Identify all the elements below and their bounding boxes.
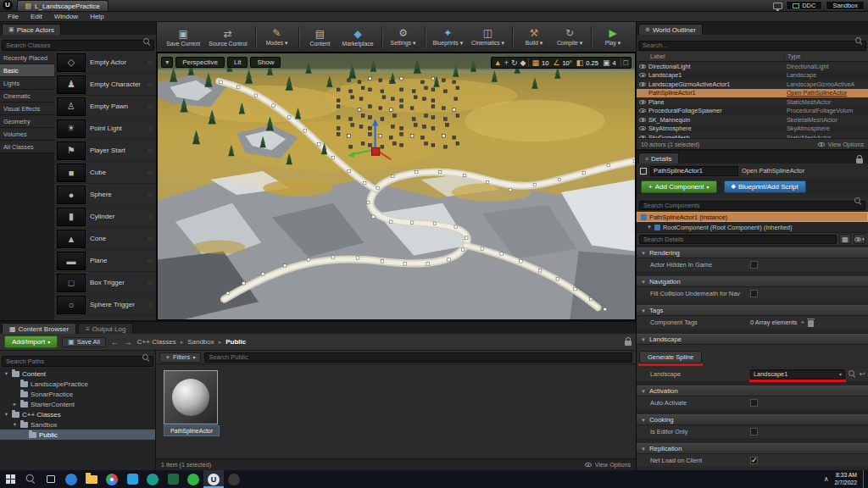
menu-edit[interactable]: Edit	[25, 13, 48, 20]
outliner-view-options-button[interactable]: View Options	[828, 141, 864, 148]
show-button[interactable]: Show	[250, 57, 281, 68]
rotate-tool-icon[interactable]: ↻	[511, 58, 518, 67]
search-details-input[interactable]	[639, 235, 837, 244]
category-basic[interactable]: Basic	[0, 64, 54, 77]
view-options-button[interactable]: View Options	[595, 461, 631, 469]
outliner-row-sk-mannequin[interactable]: SK_MannequinSkeletalMeshActor	[637, 115, 868, 125]
clock[interactable]: 8:33 AM 2/7/2022	[835, 472, 857, 486]
tray-expand-icon[interactable]: ∧	[824, 475, 829, 483]
outliner-row-landscapegizmoactiveactor1[interactable]: LandscapeGizmoActiveActor1LandscapeGizmo…	[637, 80, 868, 89]
visibility-toggle[interactable]	[637, 64, 648, 69]
toolbar-modes-button[interactable]: ✎Modes ▾	[259, 23, 295, 52]
taskbar-excel-button[interactable]	[163, 470, 183, 488]
place-item-box-trigger[interactable]: □Box Trigger○	[54, 272, 156, 294]
taskbar-vscode-button[interactable]	[122, 470, 142, 488]
visibility-toggle[interactable]	[637, 91, 648, 95]
taskbar-whatsapp-button[interactable]	[183, 470, 203, 488]
tree-item-sonarpractice[interactable]: SonarPractice	[0, 389, 155, 399]
toolbar-build-button[interactable]: ⚒Build ▾	[516, 23, 552, 52]
checkbox-fill-collision-underneath-for-nav[interactable]	[750, 290, 758, 297]
viewport-options-button[interactable]: ▾	[161, 57, 173, 68]
place-item-point-light[interactable]: ☀Point Light○	[54, 118, 156, 140]
chevron-expanded-icon[interactable]: ▾	[3, 411, 9, 418]
level-tab[interactable]: L_LandscapePractice	[17, 0, 108, 11]
generate-spline-button[interactable]: Generate Spline	[639, 351, 702, 363]
rotation-snap-icon[interactable]: ∠	[553, 58, 559, 67]
add-element-icon[interactable]: +	[800, 319, 804, 326]
scale-snap-icon[interactable]: ◧	[576, 58, 584, 67]
toolbar-settings-button[interactable]: ⚙Settings ▾	[386, 23, 421, 52]
checkbox-net-load-on-client[interactable]	[750, 457, 758, 464]
search-classes-input[interactable]	[2, 40, 154, 51]
use-selected-icon[interactable]: ↩	[860, 371, 865, 378]
browse-icon[interactable]	[849, 370, 856, 378]
viewport[interactable]: ▾ Perspective Lit Show ▲ + ↻ ◆ ▦	[157, 53, 636, 320]
tree-item-startercontent[interactable]: ▸StarterContent	[0, 399, 155, 409]
add-import-button[interactable]: Add/Import ▾	[4, 336, 58, 348]
checkbox-actor-hidden-in-game[interactable]	[750, 261, 758, 269]
display-filter-button[interactable]: ▾	[854, 234, 865, 244]
actor-name-input[interactable]	[650, 166, 738, 176]
delete-icon[interactable]	[808, 320, 814, 327]
toolbar-marketplace-button[interactable]: ◆Marketplace	[338, 23, 378, 52]
checkbox-auto-activate[interactable]	[750, 399, 758, 407]
outliner-row-plane[interactable]: PlaneStaticMeshActor	[637, 97, 868, 107]
column-label[interactable]: Label	[637, 53, 783, 60]
tab-content-browser[interactable]: ▦ Content Browser	[2, 323, 76, 334]
section-header-replication[interactable]: ▼Replication	[637, 443, 868, 454]
outliner-row-proceduralfoliagespawner[interactable]: ProceduralFoliageSpawnerProceduralFoliag…	[637, 107, 868, 116]
sandbox-button[interactable]: Sandbox	[826, 1, 865, 10]
checkbox-is-editor-only[interactable]	[750, 428, 758, 435]
open-pathsplineactor-button[interactable]: Open PathSplineActor	[742, 167, 804, 175]
camera-speed-icon[interactable]: ▣	[603, 58, 610, 67]
camera-speed-value[interactable]: 4	[612, 59, 617, 67]
tree-item-public[interactable]: Public	[0, 430, 155, 440]
taskbar-search-button[interactable]	[20, 470, 41, 488]
chevron-expanded-icon[interactable]: ▾	[12, 421, 18, 428]
ddc-button[interactable]: DDC	[786, 1, 822, 10]
taskbar-chrome-button[interactable]	[102, 470, 122, 488]
toolbar-blueprints-button[interactable]: ✦Blueprints ▾	[429, 23, 468, 52]
toolbar-save-current-button[interactable]: ▣Save Current	[162, 23, 204, 52]
place-item-empty-pawn[interactable]: ♙Empty Pawn○	[54, 96, 156, 118]
visibility-toggle[interactable]	[637, 118, 648, 122]
tree-item-sandbox[interactable]: ▾Sandbox	[0, 419, 155, 430]
visibility-toggle[interactable]	[637, 82, 648, 86]
section-header-cooking[interactable]: ▼Cooking	[637, 414, 868, 425]
place-item-cone[interactable]: ▲Cone○	[54, 228, 156, 250]
breadcrumb-sandbox[interactable]: Sandbox	[187, 338, 214, 346]
move-tool-icon[interactable]: +	[504, 58, 509, 67]
chevron-expanded-icon[interactable]: ▾	[3, 370, 9, 377]
lit-button[interactable]: Lit	[227, 57, 248, 68]
place-item-empty-actor[interactable]: ◇Empty Actor○	[54, 52, 156, 74]
section-header-tags[interactable]: ▼Tags	[637, 305, 868, 316]
lock-icon[interactable]	[856, 158, 863, 164]
breadcrumb-cpp-classes[interactable]: C++ Classes	[137, 338, 176, 346]
taskbar-unreal-button[interactable]: U	[203, 470, 224, 488]
search-components-input[interactable]	[639, 201, 865, 210]
task-view-button[interactable]	[41, 470, 61, 488]
rotation-snap-value[interactable]: 10°	[562, 59, 573, 67]
category-volumes[interactable]: Volumes	[0, 128, 54, 141]
place-item-cube[interactable]: ■Cube○	[54, 162, 156, 184]
asset-pathsplineactor[interactable]: PathSplineActor	[164, 370, 220, 436]
details-tab[interactable]: ≡ Details	[638, 152, 679, 164]
outliner-row-directionallight[interactable]: DirectionalLightDirectionalLight	[637, 62, 868, 71]
visibility-toggle[interactable]	[637, 73, 648, 77]
save-all-button[interactable]: ▣ Save All	[62, 337, 106, 347]
property-matrix-button[interactable]: ▦	[839, 234, 851, 244]
perspective-button[interactable]: Perspective	[175, 57, 225, 68]
place-item-plane[interactable]: ▬Plane○	[54, 250, 156, 272]
outliner-search-input[interactable]	[638, 41, 866, 51]
lock-icon[interactable]	[625, 341, 632, 346]
menu-help[interactable]: Help	[84, 13, 109, 20]
search-paths-input[interactable]	[2, 356, 153, 367]
tree-item-c-classes[interactable]: ▾C++ Classes	[0, 409, 155, 419]
column-type[interactable]: Type	[783, 53, 868, 60]
outliner-row-pathsplineactor1[interactable]: PathSplineActor1Open PathSplineActor	[637, 89, 868, 98]
toolbar-compile-button[interactable]: ↻Compile ▾	[552, 23, 587, 52]
blueprint-add-script-button[interactable]: ◆ Blueprint/Add Script	[724, 180, 806, 193]
place-actors-tab[interactable]: ▣ Place Actors	[2, 24, 61, 35]
menu-file[interactable]: File	[2, 13, 25, 20]
grid-snap-value[interactable]: 10	[542, 59, 550, 67]
